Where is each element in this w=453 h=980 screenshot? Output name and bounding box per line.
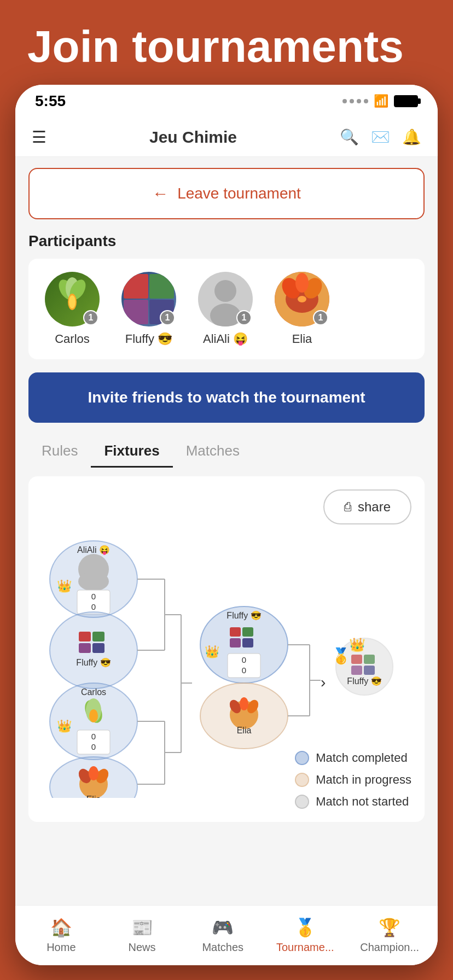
bell-icon[interactable]: 🔔 — [402, 128, 421, 146]
main-content: ← Leave tournament Participants — [15, 157, 438, 905]
svg-point-12 — [298, 296, 306, 302]
svg-text:AliAli 😝: AliAli 😝 — [77, 545, 110, 555]
nav-matches-label: Matches — [202, 941, 243, 954]
participant-aliali: 1 AliAli 😝 — [193, 272, 258, 346]
badge-aliali: 1 — [236, 310, 252, 325]
svg-rect-23 — [92, 632, 104, 641]
svg-text:0: 0 — [91, 592, 96, 601]
svg-text:Fluffy 😎: Fluffy 😎 — [226, 610, 261, 621]
participant-name-elia: Elia — [292, 332, 312, 346]
legend-text-completed: Match completed — [316, 751, 408, 765]
bracket-area: AliAli 😝 0 0 👑 — [42, 535, 411, 809]
svg-rect-22 — [79, 632, 91, 641]
badge-fluffy: 1 — [160, 310, 175, 325]
battery-icon — [394, 95, 418, 107]
signal-dots — [342, 99, 368, 103]
status-time: 5:55 — [35, 92, 66, 110]
svg-rect-74 — [351, 655, 362, 664]
legend-text-in-progress: Match in progress — [316, 773, 411, 787]
legend-dot-gray — [295, 795, 309, 809]
hamburger-menu-icon[interactable]: ☰ — [32, 127, 47, 147]
nav-news-label: News — [129, 941, 156, 954]
svg-rect-75 — [364, 655, 375, 664]
svg-text:Fluffy 😎: Fluffy 😎 — [347, 676, 381, 686]
nav-champions-label: Champion... — [360, 941, 419, 954]
svg-text:0: 0 — [242, 666, 246, 675]
share-row: ⎙ share — [42, 489, 411, 524]
svg-rect-76 — [351, 666, 362, 675]
avatar-wrapper-carlos: 1 — [45, 272, 100, 326]
nav-champions[interactable]: 🏆 Champion... — [360, 917, 419, 954]
svg-text:0: 0 — [91, 602, 96, 611]
svg-text:👑: 👑 — [205, 644, 220, 659]
svg-text:👑: 👑 — [57, 579, 72, 593]
share-button[interactable]: ⎙ share — [323, 489, 411, 524]
wifi-icon: 📶 — [374, 94, 388, 108]
legend-in-progress: Match in progress — [295, 773, 411, 787]
share-label: share — [358, 499, 391, 515]
svg-text:Elia: Elia — [86, 795, 101, 798]
svg-point-35 — [89, 709, 98, 722]
home-icon: 🏠 — [50, 917, 72, 938]
participants-card: 1 Carlos 1 Fluffy 😎 — [28, 259, 425, 359]
svg-point-4 — [69, 295, 76, 308]
avatar-wrapper-aliali: 1 — [198, 272, 253, 326]
participant-fluffy: 1 Fluffy 😎 — [116, 272, 182, 346]
news-icon: 📰 — [131, 917, 153, 938]
tournament-icon: 🥇 — [294, 917, 316, 938]
svg-rect-24 — [79, 643, 91, 653]
svg-rect-77 — [364, 666, 375, 675]
tab-rules[interactable]: Rules — [28, 436, 91, 468]
badge-elia: 1 — [313, 310, 328, 325]
svg-rect-55 — [242, 627, 253, 637]
participants-section-title: Participants — [28, 232, 425, 250]
participant-name-carlos: Carlos — [55, 332, 90, 346]
badge-carlos: 1 — [83, 310, 98, 325]
fixtures-card: ⎙ share AliAli 😝 — [28, 476, 425, 822]
legend-completed: Match completed — [295, 751, 411, 765]
svg-point-11 — [295, 273, 309, 293]
avatar-wrapper-elia: 1 — [275, 272, 329, 326]
svg-text:0: 0 — [91, 732, 96, 741]
svg-text:👑: 👑 — [57, 719, 72, 733]
svg-text:0: 0 — [242, 655, 246, 664]
svg-text:›: › — [321, 674, 326, 691]
svg-text:0: 0 — [91, 742, 96, 751]
bottom-nav: 🏠 Home 📰 News 🎮 Matches 🥇 Tourname... 🏆 … — [15, 905, 438, 965]
champions-icon: 🏆 — [379, 917, 400, 938]
nav-matches[interactable]: 🎮 Matches — [195, 917, 250, 954]
app-title: Jeu Chimie — [149, 128, 237, 147]
mail-icon[interactable]: ✉️ — [371, 128, 390, 146]
nav-news[interactable]: 📰 News — [115, 917, 170, 954]
participant-carlos: 1 Carlos — [39, 272, 105, 346]
svg-text:Carlos: Carlos — [81, 687, 106, 697]
svg-text:Elia: Elia — [237, 726, 252, 735]
back-arrow-icon: ← — [152, 184, 169, 203]
legend-dot-peach — [295, 773, 309, 787]
svg-rect-56 — [230, 638, 241, 648]
svg-text:🥇: 🥇 — [332, 647, 351, 665]
status-icons: 📶 — [342, 94, 418, 108]
svg-point-16 — [78, 571, 109, 591]
svg-point-5 — [214, 280, 236, 302]
legend: Match completed Match in progress Match … — [295, 751, 411, 809]
svg-rect-54 — [230, 627, 241, 637]
leave-tournament-label: Leave tournament — [177, 185, 301, 202]
tabs-row: Rules Fixtures Matches — [28, 436, 425, 468]
search-icon[interactable]: 🔍 — [340, 128, 359, 146]
tab-matches[interactable]: Matches — [173, 436, 253, 468]
nav-home[interactable]: 🏠 Home — [34, 917, 89, 954]
leave-tournament-button[interactable]: ← Leave tournament — [28, 168, 425, 219]
nav-tournament-label: Tourname... — [276, 941, 334, 954]
status-bar: 5:55 📶 — [15, 85, 438, 118]
participant-name-aliali: AliAli 😝 — [203, 332, 248, 346]
invite-friends-button[interactable]: Invite friends to watch the tournament — [28, 372, 425, 423]
nav-home-label: Home — [47, 941, 76, 954]
tab-fixtures[interactable]: Fixtures — [91, 436, 172, 468]
legend-text-not-started: Match not started — [316, 795, 409, 809]
header-icons: 🔍 ✉️ 🔔 — [340, 128, 421, 146]
nav-tournament[interactable]: 🥇 Tourname... — [276, 917, 334, 954]
phone-frame: 5:55 📶 ☰ Jeu Chimie 🔍 ✉️ 🔔 ← Leave tourn… — [15, 85, 438, 965]
svg-text:Fluffy 😎: Fluffy 😎 — [76, 657, 111, 668]
participant-name-fluffy: Fluffy 😎 — [125, 332, 173, 346]
